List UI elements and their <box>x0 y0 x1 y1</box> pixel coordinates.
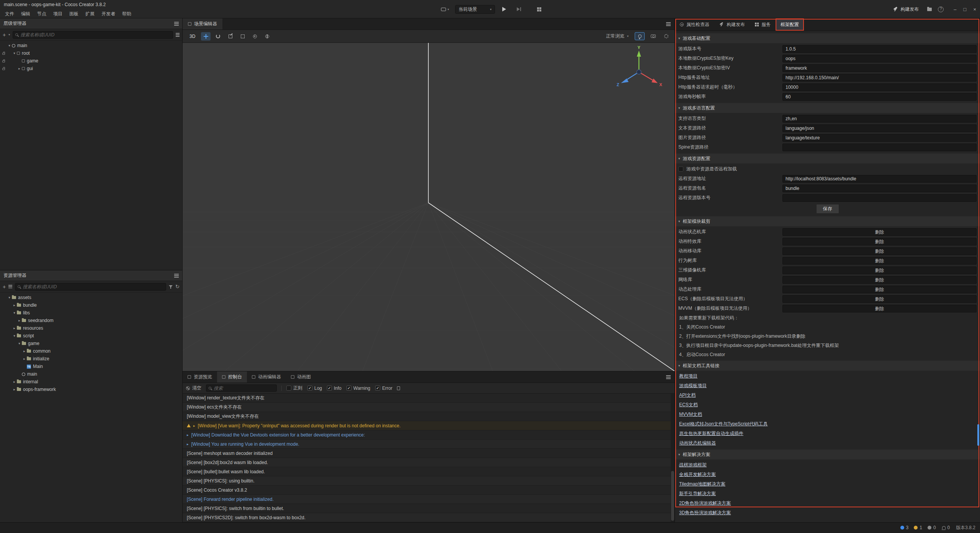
log-row[interactable]: [Scene] meshopt wasm decoder initialized <box>183 449 675 458</box>
create-node-button[interactable]: + <box>3 32 6 38</box>
assets-sort-button[interactable] <box>8 285 12 289</box>
tab-scene-editor[interactable]: 场景编辑器 <box>183 18 222 29</box>
section-header[interactable]: ▾游戏资源配置 <box>675 154 980 163</box>
axis-y-label[interactable]: Y <box>637 45 640 50</box>
expander-icon[interactable]: ▾ <box>17 342 22 345</box>
expander-icon[interactable]: ▸ <box>12 326 17 330</box>
property-input[interactable] <box>782 144 977 151</box>
expander-icon[interactable]: ▸ <box>17 67 22 70</box>
doc-link[interactable]: Tiledmap地图解决方案 <box>679 479 725 489</box>
log-row[interactable]: [Scene] [PHYSICS]: using builtin. <box>183 476 675 486</box>
tree-node-game[interactable]: ▾game <box>0 340 182 347</box>
panel-menu[interactable] <box>662 18 675 29</box>
axis-x-label[interactable]: X <box>659 82 662 87</box>
console-search-input[interactable] <box>214 386 274 391</box>
maximize-button[interactable]: □ <box>964 7 967 12</box>
axis-y-handle[interactable] <box>637 51 641 57</box>
log-row[interactable]: [Scene] [PHYSICS]: switch from builtin t… <box>183 504 675 513</box>
delete-button[interactable]: 删除 <box>782 228 977 236</box>
delete-button[interactable]: 删除 <box>782 266 977 274</box>
coordinate-toggle-button[interactable] <box>262 32 272 41</box>
property-input[interactable] <box>782 64 977 72</box>
expander-icon[interactable]: ▾ <box>12 334 17 338</box>
status-error-counter[interactable]: 0 <box>928 525 936 530</box>
expander-icon[interactable]: ▸ <box>12 387 17 391</box>
hierarchy-search-input[interactable] <box>20 32 170 38</box>
menu-item-3[interactable]: 项目 <box>50 10 66 18</box>
tree-node-oops-framework[interactable]: ▸oops-framework <box>0 386 182 393</box>
expander-icon[interactable]: ▸ <box>12 303 17 307</box>
tree-node-root[interactable]: ▾root <box>0 49 182 57</box>
doc-link[interactable]: 2D角色扮演游戏解决方案 <box>679 499 731 508</box>
gizmo-center[interactable] <box>637 70 641 74</box>
error-checkbox[interactable]: ✓ <box>375 386 380 391</box>
menu-item-2[interactable]: 节点 <box>34 10 50 18</box>
doc-link[interactable]: 游戏模板项目 <box>679 381 707 391</box>
log-row[interactable]: [Scene] Cocos Creator v3.8.2 <box>183 486 675 495</box>
doc-link[interactable]: ECS文档 <box>679 400 698 410</box>
doc-link[interactable]: 战棋游戏框架 <box>679 460 707 470</box>
delete-button[interactable]: 删除 <box>782 286 977 293</box>
doc-link[interactable]: API文档 <box>679 391 696 400</box>
remote-load-checkbox[interactable] <box>678 167 683 172</box>
property-input[interactable] <box>782 74 977 82</box>
property-input[interactable] <box>782 115 977 123</box>
expander-icon[interactable]: ▸ <box>22 357 27 361</box>
expander-icon[interactable]: ▸ <box>12 380 17 384</box>
property-input[interactable] <box>782 194 977 202</box>
move-tool-button[interactable] <box>201 32 211 41</box>
inspector-tab-3[interactable]: 框架配置 <box>776 18 804 31</box>
doc-link[interactable]: MVVM文档 <box>679 410 702 419</box>
section-header[interactable]: ▾游戏基础配置 <box>675 33 980 43</box>
layout-icon[interactable] <box>537 7 541 11</box>
inspector-tab-1[interactable]: 构建发布 <box>714 18 750 31</box>
pivot-toggle-button[interactable] <box>250 32 260 41</box>
log-row[interactable]: [Scene] [bullet]:bullet wasm lib loaded. <box>183 467 675 476</box>
close-button[interactable]: × <box>973 7 976 12</box>
panel-menu-icon[interactable] <box>174 22 179 26</box>
tree-node-Main[interactable]: TSMain <box>0 363 182 370</box>
save-button[interactable]: 保存 <box>816 204 839 214</box>
doc-link[interactable]: Excel格式转Json文件与TypeScript代码工具 <box>679 419 768 429</box>
assets-refresh-button[interactable]: ↻ <box>175 284 180 289</box>
tree-node-gui[interactable]: ▸gui <box>0 65 182 72</box>
minimize-button[interactable]: – <box>954 7 956 12</box>
play-button[interactable] <box>499 5 510 14</box>
expander-icon[interactable]: ▸ <box>187 433 189 437</box>
inspector-tab-2[interactable]: 服务 <box>750 18 776 31</box>
axis-x-handle[interactable] <box>652 78 658 83</box>
notification-bell[interactable]: 0 <box>942 525 950 530</box>
expander-icon[interactable]: ▸ <box>22 349 27 353</box>
inspector-tab-0[interactable]: 属性检查器 <box>675 18 714 31</box>
status-message-counter[interactable]: 3 <box>900 525 909 530</box>
log-row[interactable]: [Scene] [box2d]:box2d wasm lib loaded. <box>183 458 675 467</box>
log-row[interactable]: [Window] ecs文件夹不存在 <box>183 403 675 412</box>
log-row[interactable]: ▸[Window] You are running Vue in develop… <box>183 440 675 449</box>
filter-warning[interactable]: ✓Warning <box>346 386 370 391</box>
rect-tool-button[interactable] <box>238 32 247 41</box>
assets-search-input[interactable] <box>23 284 163 289</box>
build-publish-button[interactable]: 构建发布 <box>891 5 921 14</box>
expander-icon[interactable]: ▸ <box>193 424 195 428</box>
console-tab-3[interactable]: 动画图 <box>286 371 316 383</box>
delete-button[interactable]: 删除 <box>782 295 977 303</box>
filter-info[interactable]: ✓Info <box>327 386 341 391</box>
info-checkbox[interactable]: ✓ <box>327 386 332 391</box>
camera-settings-button[interactable] <box>648 32 658 40</box>
view-mode-select[interactable]: 正常浏览 ▾ <box>604 32 631 40</box>
property-input[interactable] <box>782 83 977 91</box>
clear-console-button[interactable]: 清空 <box>186 385 201 391</box>
property-input[interactable] <box>782 185 977 192</box>
section-header[interactable]: ▾框架模块裁剪 <box>675 216 980 226</box>
property-input[interactable] <box>782 55 977 62</box>
help-icon[interactable]: ? <box>938 7 944 12</box>
tree-node-main[interactable]: main <box>0 370 182 378</box>
doc-link[interactable]: 动画状态机编辑器 <box>679 438 716 448</box>
expander-icon[interactable]: ▸ <box>187 442 189 446</box>
tree-node-main[interactable]: ▾main <box>0 42 182 49</box>
log-row[interactable]: [Window] render_texture文件夹不存在 <box>183 394 675 403</box>
log-row[interactable]: [Window] model_view文件夹不存在 <box>183 412 675 421</box>
log-row[interactable]: [Scene] Forward render pipeline initiali… <box>183 495 675 504</box>
step-button[interactable] <box>513 5 524 14</box>
axis-z-label[interactable]: Z <box>617 82 619 87</box>
